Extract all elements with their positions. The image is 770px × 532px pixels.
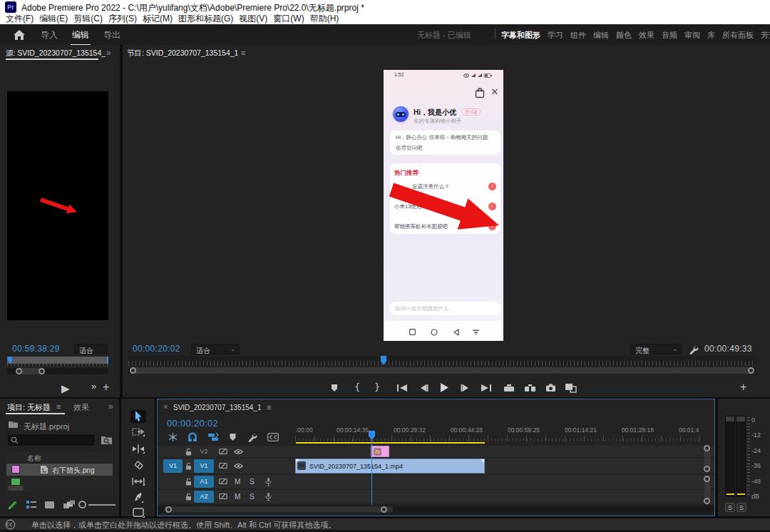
source-more-buttons-icon[interactable]: » (91, 381, 96, 392)
panel-more-icon[interactable]: » (106, 48, 111, 58)
captions-icon[interactable] (267, 433, 279, 441)
close-panel-icon[interactable]: × (163, 402, 168, 411)
lock-icon[interactable] (185, 462, 192, 470)
zoom-handle-right[interactable] (38, 368, 45, 374)
go-to-out-button[interactable] (481, 384, 492, 392)
program-viewport[interactable]: 1:52 × (123, 61, 770, 341)
track-target-v1[interactable]: V1 (194, 459, 214, 473)
mode-tab-import[interactable]: 导入 (41, 29, 58, 41)
source-viewport[interactable] (0, 61, 120, 341)
creative-cloud-icon[interactable] (5, 519, 16, 530)
go-to-in-button[interactable] (396, 384, 408, 392)
vscroll-handle[interactable] (704, 476, 710, 482)
step-forward-button[interactable] (461, 384, 471, 392)
workspace-item[interactable]: 字幕和图形 (501, 30, 540, 41)
mark-in-button[interactable]: { (354, 382, 360, 392)
mark-out-button[interactable]: } (374, 382, 380, 392)
menu-item[interactable]: 文件(F) (6, 14, 34, 24)
workspace-item[interactable]: 颜色 (616, 30, 632, 41)
timeline-ruler[interactable]: :00:0000:00:14:3500:00:29:3200:00:44:280… (295, 426, 702, 435)
program-add-button[interactable]: + (740, 381, 746, 394)
source-zoom-bar[interactable] (7, 368, 108, 374)
icon-view-icon[interactable] (44, 501, 55, 509)
vscroll-handle[interactable] (704, 445, 710, 451)
lock-icon[interactable] (185, 448, 192, 456)
solo-right-button[interactable]: S (736, 503, 746, 512)
source-add-button[interactable]: + (103, 381, 109, 394)
nest-toggle-icon[interactable] (168, 432, 178, 442)
source-play-button[interactable]: ▶ (61, 382, 70, 395)
source-patch-v1[interactable]: V1 (163, 459, 183, 473)
workspace-item[interactable]: 芳芳的 (761, 30, 770, 41)
razor-tool[interactable] (130, 459, 146, 472)
linked-selection-icon[interactable] (207, 432, 219, 442)
label-color-chip[interactable] (11, 479, 20, 485)
menu-item[interactable]: 图形和标题(G) (178, 14, 233, 24)
zoom-handle-left[interactable] (130, 367, 136, 374)
lock-icon[interactable] (185, 478, 192, 486)
effects-tab[interactable]: 效果 (73, 402, 89, 413)
mode-tab-edit[interactable]: 编辑 (72, 29, 89, 41)
add-marker-icon[interactable] (229, 433, 237, 441)
program-timecode[interactable]: 00:00:20:02 (133, 344, 180, 354)
hscroll-thumb[interactable] (164, 506, 393, 513)
workspace-item[interactable]: 审阅 (684, 30, 700, 41)
timeline-timecode[interactable]: 00:00:20:02 (167, 418, 218, 429)
panel-menu-icon[interactable]: ≡ (241, 48, 245, 57)
menu-item[interactable]: 窗口(W) (273, 14, 304, 24)
extract-button[interactable] (524, 384, 536, 392)
menu-item[interactable]: 标记(M) (143, 14, 173, 24)
source-playhead[interactable] (8, 357, 12, 364)
zoom-slider-knob[interactable] (78, 501, 86, 508)
eye-icon[interactable] (234, 463, 243, 469)
list-horizontal-scrollbar[interactable] (8, 486, 24, 491)
zoom-slider-track[interactable] (88, 504, 115, 506)
sync-lock-icon[interactable] (219, 448, 227, 455)
lift-button[interactable] (503, 384, 515, 392)
settings-wrench-icon[interactable] (689, 344, 699, 354)
home-icon[interactable] (13, 29, 26, 41)
program-tab[interactable]: 节目: SVID_20230707_135154_1 (127, 48, 238, 58)
panel-menu-icon[interactable]: ≡ (267, 403, 271, 411)
project-item-row[interactable]: 右下箭头.png (6, 464, 113, 476)
source-scrubber[interactable] (7, 357, 108, 364)
mute-button[interactable]: M (235, 493, 240, 501)
find-bin-icon[interactable] (101, 435, 113, 445)
rectangle-tool[interactable] (130, 506, 146, 519)
program-resolution-select[interactable]: 完整 ⌄ (630, 344, 682, 354)
program-zoom-bar[interactable] (128, 367, 756, 374)
selection-tool[interactable] (130, 410, 146, 423)
list-view-icon[interactable] (26, 500, 37, 509)
add-marker-button[interactable] (330, 384, 339, 392)
sync-lock-icon[interactable] (219, 478, 227, 485)
lock-icon[interactable] (185, 493, 192, 501)
program-scrubber[interactable] (128, 356, 756, 366)
timeline-vertical-scrollbar[interactable] (699, 416, 714, 506)
label-color-chip[interactable] (11, 465, 20, 474)
ripple-edit-tool[interactable] (130, 443, 146, 456)
eye-icon[interactable] (234, 449, 243, 455)
workspace-item[interactable]: 音频 (662, 30, 677, 41)
project-tab[interactable]: 项目: 无标题 (7, 402, 51, 413)
panel-menu-icon[interactable]: ≡ (56, 402, 61, 411)
workspace-item[interactable]: 效果 (639, 30, 654, 41)
source-tab[interactable]: 源: SVID_20230707_135154_ (6, 48, 106, 58)
list-header-name[interactable]: 名称 (27, 454, 41, 464)
clip-v2-arrow-png[interactable]: fx (371, 446, 389, 457)
mic-icon[interactable] (265, 477, 272, 486)
zoom-handle-left[interactable] (16, 368, 22, 374)
vscroll-handle[interactable] (704, 498, 710, 504)
sequence-tab[interactable]: SVID_20230707_135154_1 (173, 404, 261, 411)
hscroll-handle-left[interactable] (165, 506, 172, 513)
clip-v1-video[interactable]: fx SVID_20230707_135154_1.mp4 (295, 459, 485, 474)
mode-tab-export[interactable]: 导出 (103, 29, 120, 41)
freeform-view-icon[interactable] (63, 500, 76, 509)
project-breadcrumb[interactable]: 无标题.prproj (24, 421, 69, 432)
menu-item[interactable]: 剪辑(C) (73, 14, 103, 24)
sync-lock-icon[interactable] (219, 462, 227, 469)
program-zoom-select[interactable]: 适合 ⌄ (191, 344, 240, 354)
workspace-item[interactable]: 学习 (548, 30, 563, 41)
project-writable-pencil-icon[interactable] (7, 499, 19, 511)
mic-icon[interactable] (265, 492, 272, 501)
menu-item[interactable]: 编辑(E) (39, 14, 68, 24)
